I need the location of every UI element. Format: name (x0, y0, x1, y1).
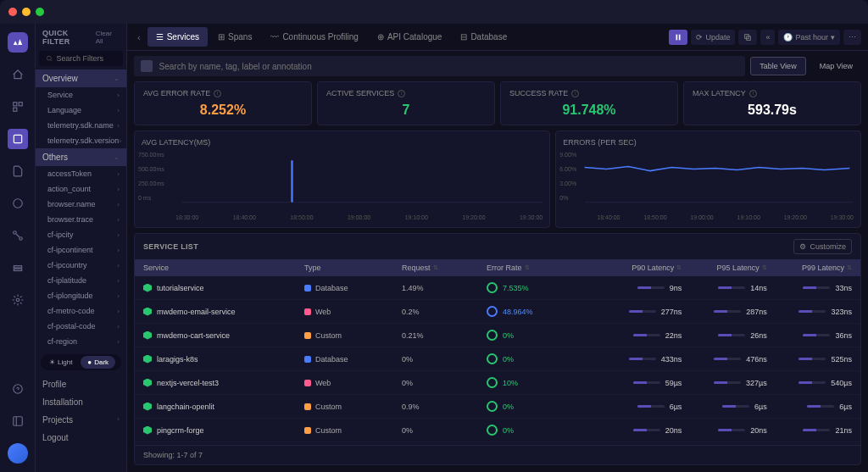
sidebar-item[interactable]: cf-postal-code› (36, 319, 126, 334)
rail-extend-icon[interactable] (8, 411, 28, 431)
sidebar-item[interactable]: telemetry.sdk.name› (36, 118, 126, 133)
window-maximize[interactable] (36, 8, 44, 16)
table-row[interactable]: langchain-openlit Custom 0.9% 0% 6µs 6µs… (135, 395, 860, 419)
latency-bar (714, 358, 741, 360)
sidebar-bottom-item[interactable]: Projects› (36, 411, 126, 429)
table-row[interactable]: mwdemo-cart-service Custom 0.21% 0% 22ns… (135, 324, 860, 347)
latency-bar (803, 429, 830, 431)
rail-logs-icon[interactable] (8, 161, 28, 181)
table-view-button[interactable]: Table View (750, 57, 805, 75)
sidebar-item[interactable]: cf-iplongitude› (36, 288, 126, 303)
info-icon[interactable]: i (398, 90, 405, 97)
table-row[interactable]: nextjs-vercel-test3 Web 0% 10% 59µs 327µ… (135, 371, 860, 395)
sidebar: QUICK FILTER Clear All Overview⌄Service›… (36, 24, 127, 472)
table-row[interactable]: mwdemo-email-service Web 0.2% 48.964% 27… (135, 300, 860, 324)
clear-all-link[interactable]: Clear All (96, 30, 120, 45)
col-p95[interactable]: P95 Latency ⇅ (682, 264, 766, 272)
svg-rect-13 (676, 34, 678, 40)
main-search[interactable] (134, 56, 745, 76)
rail-alert-icon[interactable] (8, 193, 28, 214)
back-button[interactable]: ‹ (134, 32, 144, 42)
service-status-icon (143, 355, 152, 364)
rail-help-icon[interactable] (8, 379, 28, 399)
tab-services[interactable]: ☰Services (147, 27, 208, 47)
sidebar-bottom-item[interactable]: Logout (36, 429, 126, 447)
table-row[interactable]: pingcrm-forge Custom 0% 0% 20ns 20ns 21n… (135, 419, 860, 442)
customize-button[interactable]: ⚙ Customize (793, 239, 852, 254)
filter-search-input[interactable] (57, 54, 117, 63)
sidebar-item[interactable]: cf-iplatitude› (36, 273, 126, 288)
update-button[interactable]: ⟳ Update (691, 30, 735, 45)
rail-network-icon[interactable] (8, 225, 28, 246)
pause-button[interactable] (669, 30, 687, 45)
sidebar-item[interactable]: cf-ipcountry› (36, 258, 126, 273)
table-row[interactable]: tutorialservice Database 1.49% 7.535% 9n… (135, 276, 860, 300)
rail-apm-icon[interactable] (8, 129, 28, 149)
rail-infra-icon[interactable] (8, 258, 28, 278)
info-icon[interactable]: i (571, 90, 579, 97)
sidebar-bottom-item[interactable]: Installation (36, 393, 126, 411)
app-logo[interactable] (8, 32, 28, 53)
type-icon (304, 403, 311, 410)
sidebar-item[interactable]: cf-metro-code› (36, 303, 126, 319)
tab-database[interactable]: ⊟Database (452, 27, 515, 47)
window-minimize[interactable] (22, 8, 31, 16)
filter-search[interactable] (39, 51, 123, 66)
sidebar-section[interactable]: Overview⌄ (36, 69, 126, 87)
sidebar-item[interactable]: Language› (36, 103, 126, 118)
type-icon (304, 380, 311, 386)
table-row[interactable]: laragigs-k8s Database 0% 0% 433ns 476ns … (135, 347, 860, 371)
sidebar-item[interactable]: browser.trace› (36, 212, 126, 227)
sidebar-section[interactable]: Others⌄ (36, 148, 126, 166)
error-ring-icon (487, 330, 498, 341)
window-close[interactable] (8, 8, 17, 16)
theme-dark-button[interactable]: ● Dark (81, 356, 115, 369)
rail-dashboard-icon[interactable] (8, 97, 28, 117)
latency-bar (714, 381, 741, 384)
error-ring-icon (487, 425, 498, 436)
nav-rail (0, 24, 36, 472)
copy-button[interactable] (738, 30, 757, 45)
tab-api-catalogue[interactable]: ⊕API Catalogue (369, 27, 451, 47)
more-button[interactable]: ⋯ (843, 30, 861, 45)
sidebar-item[interactable]: cf-ipcontinent› (36, 242, 126, 258)
tab-spans[interactable]: ⊞Spans (209, 27, 260, 47)
time-range-picker[interactable]: 🕐 Past hour ▾ (778, 30, 840, 45)
latency-bar (803, 334, 830, 336)
svg-point-9 (16, 298, 19, 302)
col-p99[interactable]: P99 Latency ⇅ (767, 264, 852, 272)
col-p90[interactable]: P90 Latency ⇅ (597, 264, 682, 272)
sidebar-item[interactable]: cf-ipcity› (36, 227, 126, 242)
col-error[interactable]: Error Rate ⇅ (487, 264, 597, 272)
sidebar-item[interactable]: cf-region› (36, 334, 126, 349)
rail-settings-icon[interactable] (8, 290, 28, 310)
errors-chart: ERRORS (PER SEC) 9.00%6.00%3.00%0% 18:40… (555, 130, 861, 228)
info-icon[interactable]: i (214, 90, 221, 97)
latency-chart: AVG LATENCY(MS) 750.00ms500.00ms250.00ms… (134, 130, 550, 228)
service-status-icon (143, 308, 152, 316)
col-service[interactable]: Service (143, 264, 304, 272)
collapse-button[interactable]: « (760, 30, 775, 45)
sidebar-item[interactable]: accessToken› (36, 166, 126, 181)
user-avatar[interactable] (8, 443, 28, 464)
col-type[interactable]: Type (304, 264, 402, 272)
sidebar-item[interactable]: browser.name› (36, 197, 126, 212)
sidebar-item[interactable]: Service› (36, 87, 126, 103)
col-request[interactable]: Request ⇅ (402, 264, 487, 272)
main-search-input[interactable] (159, 62, 739, 71)
sidebar-item[interactable]: telemetry.sdk.version› (36, 133, 126, 148)
latency-bar (798, 358, 826, 360)
rail-home-icon[interactable] (8, 64, 28, 85)
sidebar-bottom-item[interactable]: Profile (36, 375, 126, 393)
error-ring-icon (487, 377, 498, 388)
service-status-icon (143, 403, 152, 411)
latency-bar (633, 381, 660, 384)
theme-toggle: ☀ Light ● Dark (41, 354, 121, 370)
svg-rect-2 (13, 108, 16, 111)
type-icon (304, 285, 311, 292)
info-icon[interactable]: i (749, 90, 757, 97)
map-view-button[interactable]: Map View (811, 58, 861, 75)
sidebar-item[interactable]: action_count› (36, 181, 126, 197)
theme-light-button[interactable]: ☀ Light (42, 356, 79, 369)
tab-continuous-profiling[interactable]: 〰Continuous Profiling (262, 27, 367, 47)
